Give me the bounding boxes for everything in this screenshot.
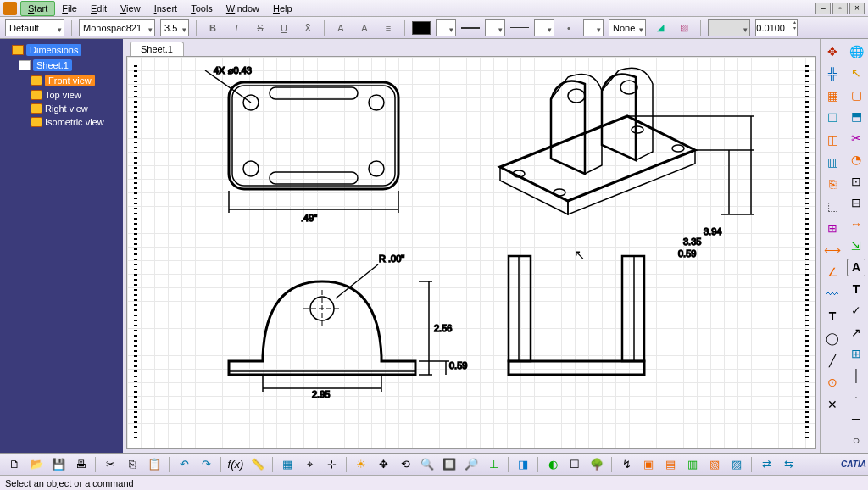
menu-start[interactable]: Start: [20, 1, 55, 16]
menu-tools[interactable]: Tools: [184, 2, 220, 15]
open-icon[interactable]: 📂: [27, 455, 46, 474]
compass-icon[interactable]: ✥: [823, 42, 842, 61]
menu-window[interactable]: Window: [220, 2, 266, 15]
rotate-icon[interactable]: ⟲: [396, 455, 415, 474]
tree-view-top[interactable]: Top view: [31, 88, 120, 102]
link2-icon[interactable]: ⇆: [779, 455, 798, 474]
clip-icon[interactable]: ⊡: [847, 172, 865, 190]
angle-icon[interactable]: ∠: [823, 263, 842, 281]
opt1-icon[interactable]: ▣: [639, 455, 658, 474]
snap-icon[interactable]: ⊹: [322, 455, 341, 474]
window-restore-button[interactable]: ▫: [832, 3, 848, 14]
text-icon[interactable]: T: [823, 307, 842, 326]
detail-icon[interactable]: ◔: [847, 150, 865, 168]
overline-button[interactable]: x̄: [298, 19, 317, 37]
new-icon[interactable]: 🗋: [5, 455, 24, 474]
line-icon[interactable]: ╱: [823, 351, 842, 370]
t2-icon[interactable]: ⇲: [847, 237, 865, 254]
tool-c-icon[interactable]: ⎘: [823, 175, 842, 193]
opt5-icon[interactable]: ▨: [727, 455, 746, 474]
sheet-tab[interactable]: Sheet.1: [130, 42, 184, 56]
show-icon[interactable]: ☐: [565, 455, 584, 474]
justify-button[interactable]: ≡: [379, 19, 398, 37]
balloon-icon[interactable]: ◯: [823, 329, 842, 348]
italic-button[interactable]: I: [227, 19, 246, 37]
specification-tree[interactable]: Dimensions Sheet.1 Front view Top view R…: [0, 39, 123, 453]
circle-icon[interactable]: ⊙: [823, 373, 842, 392]
opt3-icon[interactable]: ▥: [683, 455, 702, 474]
globe-icon[interactable]: 🌐: [847, 42, 865, 60]
cut-icon[interactable]: ✂: [101, 455, 120, 474]
tree-view-right[interactable]: Right view: [31, 102, 120, 115]
save-icon[interactable]: 💾: [49, 455, 68, 474]
fill-color-button[interactable]: [412, 19, 431, 37]
zoom-fit-icon[interactable]: 🔲: [440, 455, 459, 474]
fontsize-combo[interactable]: 3.5: [160, 19, 189, 36]
pt-icon[interactable]: ·: [847, 388, 865, 406]
subscript-button[interactable]: A: [355, 19, 374, 37]
curve-icon[interactable]: 〰: [823, 285, 842, 303]
axis-icon[interactable]: ╬: [823, 64, 842, 83]
undo-icon[interactable]: ↶: [175, 455, 193, 474]
fill-color-combo[interactable]: [436, 19, 456, 36]
window-close-button[interactable]: ×: [849, 3, 865, 14]
bold-button[interactable]: B: [203, 19, 222, 37]
superscript-button[interactable]: A: [331, 19, 350, 37]
linetype-button[interactable]: [461, 19, 480, 37]
menu-file[interactable]: File: [55, 2, 84, 15]
redo-icon[interactable]: ↷: [197, 455, 215, 474]
tool-a-icon[interactable]: ◫: [823, 131, 842, 149]
sketch-icon[interactable]: ☐: [823, 109, 842, 127]
font-combo[interactable]: Monospac821: [79, 19, 155, 36]
axis2-icon[interactable]: ┼: [847, 366, 865, 384]
ln-icon[interactable]: ─: [847, 409, 865, 427]
tree-sheet-node[interactable]: Sheet.1: [19, 58, 120, 73]
gen-icon[interactable]: ↯: [617, 455, 636, 474]
select-icon[interactable]: ↖: [847, 64, 865, 81]
pan-icon[interactable]: ✥: [374, 455, 392, 474]
annot-icon[interactable]: A: [847, 259, 865, 277]
tree-icon[interactable]: 🌳: [587, 455, 606, 474]
menu-insert[interactable]: Insert: [147, 2, 185, 15]
menu-edit[interactable]: Edit: [84, 2, 114, 15]
lineweight-button[interactable]: [510, 19, 529, 37]
opt2-icon[interactable]: ▤: [661, 455, 680, 474]
lineweight-combo[interactable]: [534, 19, 554, 36]
table-icon[interactable]: ⊞: [847, 345, 865, 363]
iso-view-icon[interactable]: ◨: [514, 455, 532, 474]
menu-view[interactable]: View: [114, 2, 147, 15]
drawing-sheet[interactable]: ↖: [126, 56, 816, 449]
tool-d-icon[interactable]: ⬚: [823, 197, 842, 215]
hide-icon[interactable]: ◐: [543, 455, 562, 474]
section-icon[interactable]: ✂: [847, 129, 865, 147]
crc-icon[interactable]: ○: [847, 431, 865, 448]
rough-icon[interactable]: ✓: [847, 302, 865, 320]
zoom-in-icon[interactable]: 🔍: [418, 455, 437, 474]
link1-icon[interactable]: ⇄: [757, 455, 776, 474]
linetype-combo[interactable]: [485, 19, 505, 36]
render-style-combo[interactable]: None: [609, 19, 646, 36]
point-style-combo[interactable]: [583, 19, 604, 36]
grid-toggle-icon[interactable]: ▦: [278, 455, 297, 474]
point-icon[interactable]: ✕: [823, 395, 842, 414]
point-style-button[interactable]: •: [559, 19, 578, 37]
sun-icon[interactable]: ☀: [352, 455, 370, 474]
tree-view-iso[interactable]: Isometric view: [31, 115, 120, 129]
measure-icon[interactable]: 📏: [248, 455, 267, 474]
style-combo[interactable]: Default: [5, 19, 64, 36]
grid-icon[interactable]: ▦: [823, 86, 842, 105]
normal-icon[interactable]: ⊥: [484, 455, 503, 474]
project-icon[interactable]: ⬒: [847, 107, 865, 125]
layer-button[interactable]: ◢: [651, 19, 670, 37]
copy-icon[interactable]: ⎘: [123, 455, 142, 474]
weld-icon[interactable]: ↗: [847, 323, 865, 341]
menu-help[interactable]: Help: [266, 2, 299, 15]
text2-icon[interactable]: T: [847, 280, 865, 298]
numeric-input[interactable]: 0.0100: [755, 19, 798, 36]
paste-icon[interactable]: 📋: [145, 455, 164, 474]
dimension-icon[interactable]: ⟷: [823, 241, 842, 259]
underline-button[interactable]: U: [275, 19, 293, 37]
tree-root-node[interactable]: Dimensions: [12, 42, 120, 58]
zoom-out-icon[interactable]: 🔎: [462, 455, 481, 474]
hatch-button[interactable]: ▨: [675, 19, 693, 37]
